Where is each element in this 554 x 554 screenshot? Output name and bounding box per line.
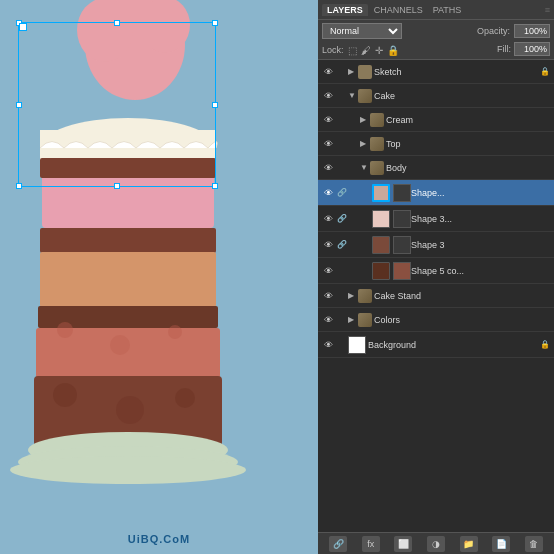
layer-name-shape5: Shape 5 co...: [411, 266, 552, 276]
eye-icon-shape5[interactable]: 👁: [320, 263, 336, 279]
lock-paint-icon[interactable]: 🖌: [361, 45, 371, 56]
layer-shape3b[interactable]: 👁 🔗 Shape 3...: [318, 206, 554, 232]
folder-colors: [358, 313, 372, 327]
layer-top[interactable]: 👁 ▶ Top: [318, 132, 554, 156]
arrow-top[interactable]: ▶: [360, 139, 370, 148]
layer-cakestand[interactable]: 👁 ▶ Cake Stand: [318, 284, 554, 308]
panel-menu-icon[interactable]: ≡: [545, 5, 550, 15]
link-icon-top: [336, 136, 348, 152]
link-icon-cake: [336, 88, 348, 104]
eye-icon-cake[interactable]: 👁: [320, 88, 336, 104]
layer-shape5[interactable]: 👁 Shape 5 co...: [318, 258, 554, 284]
svg-point-13: [57, 322, 73, 338]
folder-sketch: [358, 65, 372, 79]
layer-name-body: Body: [386, 163, 552, 173]
thumb-shape5: [372, 262, 390, 280]
link-layers-button[interactable]: 🔗: [329, 536, 347, 552]
layer-shape3[interactable]: 👁 🔗 Shape 3: [318, 232, 554, 258]
eye-icon-colors[interactable]: 👁: [320, 312, 336, 328]
layer-mask-button[interactable]: ⬜: [394, 536, 412, 552]
eye-icon-cream[interactable]: 👁: [320, 112, 336, 128]
arrow-cream[interactable]: ▶: [360, 115, 370, 124]
link-icon-colors: [336, 312, 348, 328]
folder-cakestand: [358, 289, 372, 303]
arrow-cakestand[interactable]: ▶: [348, 291, 358, 300]
eye-icon-shape3b[interactable]: 👁: [320, 211, 336, 227]
layers-panel: LAYERS CHANNELS PATHS ≡ Normal Multiply …: [318, 0, 554, 554]
adjustment-button[interactable]: ◑: [427, 536, 445, 552]
svg-point-17: [116, 396, 144, 424]
layer-body[interactable]: 👁 ▼ Body: [318, 156, 554, 180]
tab-layers[interactable]: LAYERS: [322, 4, 368, 16]
panel-bottom-bar: 🔗 fx ⬜ ◑ 📁 📄 🗑: [318, 532, 554, 554]
lock-transparent-icon[interactable]: ⬚: [348, 45, 357, 56]
delete-layer-button[interactable]: 🗑: [525, 536, 543, 552]
svg-rect-7: [40, 158, 216, 178]
layers-list[interactable]: 👁 ▶ Sketch 🔒 👁 ▼ Cake 👁 ▶ Cream 👁: [318, 60, 554, 532]
link-icon-shape3[interactable]: 🔗: [336, 237, 348, 253]
svg-point-14: [110, 335, 130, 355]
eye-icon-shape3[interactable]: 👁: [320, 237, 336, 253]
arrow-body[interactable]: ▼: [360, 163, 370, 172]
fill-row: Fill:: [497, 42, 550, 56]
layer-name-cakestand: Cake Stand: [374, 291, 552, 301]
svg-point-16: [53, 383, 77, 407]
new-group-button[interactable]: 📁: [460, 536, 478, 552]
link-icon-background: [336, 337, 348, 353]
layer-colors[interactable]: 👁 ▶ Colors: [318, 308, 554, 332]
new-layer-button[interactable]: 📄: [492, 536, 510, 552]
eye-icon-background[interactable]: 👁: [320, 337, 336, 353]
fill-label: Fill:: [497, 44, 511, 54]
tab-channels[interactable]: CHANNELS: [370, 4, 427, 16]
layer-name-background: Background: [368, 340, 538, 350]
eye-icon-top[interactable]: 👁: [320, 136, 336, 152]
svg-rect-8: [40, 228, 216, 253]
blend-mode-row: Normal Multiply Screen Opacity:: [322, 23, 550, 39]
layer-cream[interactable]: 👁 ▶ Cream: [318, 108, 554, 132]
link-icon-shape3b[interactable]: 🔗: [336, 211, 348, 227]
layer-name-shape3: Shape 3: [411, 240, 552, 250]
arrow-cake[interactable]: ▼: [348, 91, 358, 100]
mask-shape-sel: [393, 184, 411, 202]
svg-point-15: [168, 325, 182, 339]
link-icon-shape-sel[interactable]: 🔗: [336, 185, 348, 201]
fill-input[interactable]: [514, 42, 550, 56]
canvas-area: UiBQ.CoM: [0, 0, 318, 554]
layer-cake[interactable]: 👁 ▼ Cake: [318, 84, 554, 108]
opacity-input[interactable]: [514, 24, 550, 38]
blend-mode-select[interactable]: Normal Multiply Screen: [322, 23, 402, 39]
layer-name-shape-sel: Shape...: [411, 188, 552, 198]
layer-name-colors: Colors: [374, 315, 552, 325]
folder-top: [370, 137, 384, 151]
arrow-colors[interactable]: ▶: [348, 315, 358, 324]
layer-sketch[interactable]: 👁 ▶ Sketch 🔒: [318, 60, 554, 84]
link-icon-body: [336, 160, 348, 176]
svg-point-18: [175, 388, 195, 408]
layer-style-button[interactable]: fx: [362, 536, 380, 552]
link-icon-cream: [336, 112, 348, 128]
folder-cake: [358, 89, 372, 103]
panel-options: Normal Multiply Screen Opacity: Lock: ⬚ …: [318, 20, 554, 60]
layer-name-shape3b: Shape 3...: [411, 214, 552, 224]
tab-paths[interactable]: PATHS: [429, 4, 466, 16]
layer-name-cream: Cream: [386, 115, 552, 125]
eye-icon-cakestand[interactable]: 👁: [320, 288, 336, 304]
thumb-shape3b: [372, 210, 390, 228]
folder-body: [370, 161, 384, 175]
arrow-sketch[interactable]: ▶: [348, 67, 358, 76]
lock-background-icon: 🔒: [540, 340, 552, 349]
lock-all-icon[interactable]: 🔒: [387, 45, 399, 56]
layer-background[interactable]: 👁 Background 🔒: [318, 332, 554, 358]
svg-point-2: [77, 0, 133, 62]
layer-shape-selected[interactable]: 👁 🔗 Shape...: [318, 180, 554, 206]
eye-icon-shape-sel[interactable]: 👁: [320, 185, 336, 201]
layer-name-cake: Cake: [374, 91, 552, 101]
eye-icon-sketch[interactable]: 👁: [320, 64, 336, 80]
eye-icon-body[interactable]: 👁: [320, 160, 336, 176]
svg-rect-9: [40, 252, 216, 307]
svg-point-23: [10, 456, 246, 484]
lock-position-icon[interactable]: ✛: [375, 45, 383, 56]
link-icon-sketch: [336, 64, 348, 80]
thumb-shape-sel: [372, 184, 390, 202]
link-icon-cakestand: [336, 288, 348, 304]
